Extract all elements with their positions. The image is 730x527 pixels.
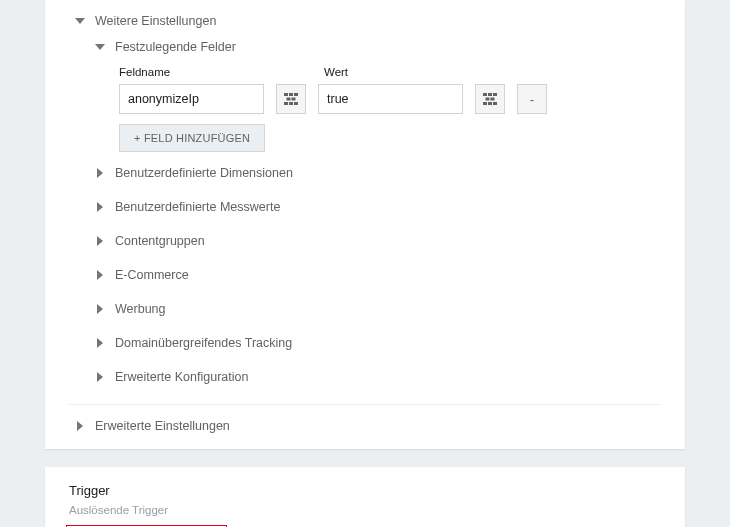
- brick-icon: [284, 93, 298, 105]
- chevron-right-icon: [95, 304, 105, 314]
- section-custom-metrics[interactable]: Benutzerdefinierte Messwerte: [45, 190, 685, 224]
- field-value-input[interactable]: [318, 84, 463, 114]
- svg-rect-5: [287, 98, 291, 101]
- svg-marker-18: [97, 168, 103, 178]
- section-label: Werbung: [115, 302, 166, 316]
- chevron-right-icon: [95, 202, 105, 212]
- svg-rect-11: [488, 93, 492, 96]
- variable-picker-button[interactable]: [475, 84, 505, 114]
- trigger-subheading: Auslösende Trigger: [69, 504, 661, 516]
- section-content-groups[interactable]: Contentgruppen: [45, 224, 685, 258]
- section-advanced-settings[interactable]: Erweiterte Einstellungen: [45, 405, 685, 449]
- brick-icon: [483, 93, 497, 105]
- svg-marker-21: [97, 270, 103, 280]
- svg-rect-15: [483, 102, 487, 105]
- section-label: Erweiterte Konfiguration: [115, 370, 248, 384]
- section-advertising[interactable]: Werbung: [45, 292, 685, 326]
- svg-rect-8: [289, 102, 293, 105]
- chevron-right-icon: [95, 270, 105, 280]
- trigger-heading: Trigger: [69, 483, 661, 498]
- field-value-header: Wert: [324, 66, 509, 78]
- section-label: Domainübergreifendes Tracking: [115, 336, 292, 350]
- svg-marker-20: [97, 236, 103, 246]
- svg-rect-13: [486, 98, 490, 101]
- section-advanced-config[interactable]: Erweiterte Konfiguration: [45, 360, 685, 394]
- svg-marker-1: [95, 44, 105, 50]
- svg-rect-12: [493, 93, 497, 96]
- variable-picker-button[interactable]: [276, 84, 306, 114]
- svg-rect-4: [294, 93, 298, 96]
- field-name-input[interactable]: [119, 84, 264, 114]
- chevron-right-icon: [75, 421, 85, 431]
- chevron-right-icon: [95, 168, 105, 178]
- svg-marker-25: [77, 421, 83, 431]
- section-fields-to-set[interactable]: Festzulegende Felder: [45, 34, 685, 60]
- chevron-right-icon: [95, 372, 105, 382]
- chevron-down-icon: [95, 42, 105, 52]
- section-custom-dimensions[interactable]: Benutzerdefinierte Dimensionen: [45, 156, 685, 190]
- svg-marker-23: [97, 338, 103, 348]
- svg-rect-2: [284, 93, 288, 96]
- field-name-header: Feldname: [119, 66, 304, 78]
- section-more-settings[interactable]: Weitere Einstellungen: [45, 8, 685, 34]
- svg-rect-9: [294, 102, 298, 105]
- svg-rect-17: [493, 102, 497, 105]
- svg-rect-16: [488, 102, 492, 105]
- svg-marker-0: [75, 18, 85, 24]
- section-label: E-Commerce: [115, 268, 189, 282]
- chevron-down-icon: [75, 16, 85, 26]
- svg-rect-10: [483, 93, 487, 96]
- section-cross-domain[interactable]: Domainübergreifendes Tracking: [45, 326, 685, 360]
- section-label: Festzulegende Felder: [115, 40, 236, 54]
- chevron-right-icon: [95, 338, 105, 348]
- svg-marker-24: [97, 372, 103, 382]
- section-label: Erweiterte Einstellungen: [95, 419, 230, 433]
- section-label: Weitere Einstellungen: [95, 14, 216, 28]
- section-label: Benutzerdefinierte Dimensionen: [115, 166, 293, 180]
- chevron-right-icon: [95, 236, 105, 246]
- remove-field-button[interactable]: -: [517, 84, 547, 114]
- svg-rect-3: [289, 93, 293, 96]
- svg-rect-7: [284, 102, 288, 105]
- svg-rect-6: [292, 98, 296, 101]
- section-label: Benutzerdefinierte Messwerte: [115, 200, 280, 214]
- minus-icon: -: [530, 92, 534, 107]
- section-label: Contentgruppen: [115, 234, 205, 248]
- field-row: -: [119, 78, 685, 114]
- section-ecommerce[interactable]: E-Commerce: [45, 258, 685, 292]
- add-field-button[interactable]: + FELD HINZUFÜGEN: [119, 124, 265, 152]
- svg-marker-19: [97, 202, 103, 212]
- svg-marker-22: [97, 304, 103, 314]
- svg-rect-14: [491, 98, 495, 101]
